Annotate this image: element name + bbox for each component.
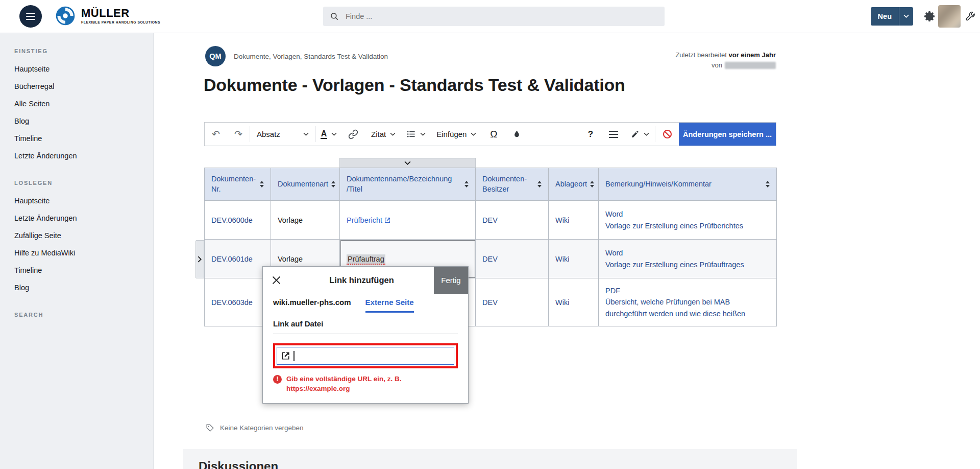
last-edited-value: vor einem Jahr — [729, 51, 776, 59]
undo-icon[interactable]: ↶ — [205, 123, 227, 146]
header-dokumenten-nr[interactable]: Dokumenten-Nr. — [205, 168, 271, 201]
header-dokumentenart[interactable]: Dokumentenart — [271, 168, 340, 201]
cell-ablageort[interactable]: Wiki — [549, 278, 599, 326]
sidebar-item-blog-2[interactable]: Blog — [0, 279, 153, 296]
mueller-logo[interactable]: MÜLLER FLEXIBLE PAPER HANDLING SOLUTIONS — [54, 5, 160, 27]
last-edited-by-label: von — [712, 61, 722, 69]
page-options-icon[interactable] — [602, 123, 625, 146]
sidebar-section-search: SEARCH — [0, 312, 153, 318]
sidebar-item-timeline-2[interactable]: Timeline — [0, 262, 153, 279]
sidebar-item-hauptseite[interactable]: Hauptseite — [0, 60, 153, 78]
list-dropdown[interactable] — [402, 123, 430, 146]
pencil-icon — [631, 130, 640, 138]
cancel-icon[interactable] — [655, 123, 679, 146]
sidebar-item-hilfe-mediawiki[interactable]: Hilfe zu MediaWiki — [0, 244, 153, 262]
sidebar-item-letzte-aenderungen[interactable]: Letzte Änderungen — [0, 147, 153, 165]
sidebar-item-zufaellige-seite[interactable]: Zufällige Seite — [0, 227, 153, 244]
cell-nr[interactable]: DEV.0603de — [205, 278, 271, 326]
chevron-down-icon — [903, 14, 909, 18]
external-link-icon — [384, 217, 390, 223]
sidebar-section-einstieg: EINSTIEG — [0, 48, 153, 54]
save-changes-button[interactable]: Änderungen speichern ... — [679, 123, 776, 146]
sort-icon — [766, 181, 770, 187]
text-style-dropdown[interactable]: A — [316, 123, 341, 146]
header-ablageort[interactable]: Ablageort — [549, 168, 599, 201]
dialog-header: Link hinzufügen Fertig — [263, 267, 468, 294]
redacted-username — [725, 62, 776, 69]
new-button-dropdown[interactable] — [899, 7, 913, 26]
settings-gear-icon[interactable] — [924, 10, 936, 22]
new-button[interactable]: Neu — [871, 7, 899, 26]
hamburger-menu-icon[interactable] — [19, 5, 42, 28]
text-cursor — [293, 351, 295, 361]
cell-besitzer[interactable]: DEV — [476, 201, 549, 240]
brand-name: MÜLLER — [81, 8, 160, 19]
cell-ablageort[interactable]: Wiki — [549, 201, 599, 240]
insert-dropdown[interactable]: Einfügen — [430, 123, 482, 146]
dialog-body: wiki.mueller-phs.com Externe Seite Link … — [263, 294, 468, 403]
tab-external-link[interactable]: Externe Seite — [365, 298, 414, 313]
cell-besitzer[interactable]: DEV — [476, 278, 549, 326]
edit-mode-dropdown[interactable] — [625, 123, 655, 146]
user-avatar[interactable] — [938, 5, 961, 28]
row-select-handle[interactable] — [195, 240, 204, 278]
cite-dropdown[interactable]: Zitat — [365, 123, 402, 146]
tab-internal-link[interactable]: wiki.mueller-phs.com — [273, 298, 351, 313]
chevron-down-icon — [471, 132, 476, 136]
cell-ablageort[interactable]: Wiki — [549, 240, 599, 278]
namespace-badge[interactable]: QM — [205, 46, 226, 66]
chevron-down-icon — [404, 161, 411, 166]
search-input[interactable] — [345, 12, 658, 21]
tag-icon — [206, 424, 214, 432]
error-line-1: Gib eine vollständige URL ein, z. B. — [286, 374, 402, 384]
editor-toolbar: ↶ ↷ Absatz A Zitat Einfügen — [204, 122, 776, 146]
table-header-row: Dokumenten-Nr. Dokumentenart Dokumentenn… — [205, 168, 777, 201]
breadcrumb[interactable]: Dokumente, Vorlagen, Standards Test & Va… — [234, 53, 388, 60]
cell-bemerkung[interactable]: PDF Übersicht, welche Prüfungen bei MAB … — [599, 278, 777, 326]
cell-nr[interactable]: DEV.0601de — [205, 240, 271, 278]
brand-tagline: FLEXIBLE PAPER HANDLING SOLUTIONS — [81, 20, 160, 24]
done-button[interactable]: Fertig — [434, 267, 468, 294]
paragraph-format-dropdown[interactable]: Absatz — [250, 123, 315, 146]
discussions-section: Diskussionen — [183, 449, 797, 469]
cell-name[interactable]: Prüfbericht — [340, 201, 476, 240]
cell-bemerkung[interactable]: Word Vorlage zur Erstellung eines Prüfbe… — [599, 201, 777, 240]
chevron-down-icon — [390, 132, 396, 136]
url-input-highlight — [273, 343, 458, 368]
header-bemerkung[interactable]: Bemerkung/Hinweis/Kommentar — [599, 168, 777, 201]
column-select-handle[interactable] — [339, 158, 476, 168]
sidebar-item-timeline[interactable]: Timeline — [0, 130, 153, 147]
sidebar: EINSTIEG Hauptseite Bücherregal Alle Sei… — [0, 33, 154, 469]
header-dokumenten-besitzer[interactable]: Dokumenten-Besitzer — [476, 168, 549, 201]
cite-label: Zitat — [371, 130, 386, 138]
redo-icon[interactable]: ↷ — [227, 123, 250, 146]
close-icon[interactable] — [263, 267, 289, 294]
cell-besitzer[interactable]: DEV — [476, 240, 549, 278]
sidebar-item-buecherregal[interactable]: Bücherregal — [0, 78, 153, 95]
search-bar — [323, 7, 665, 26]
last-edited-info: Zuletzt bearbeitet vor einem Jahr von — [675, 50, 776, 70]
url-input[interactable] — [298, 352, 450, 360]
sidebar-item-alle-seiten[interactable]: Alle Seiten — [0, 95, 153, 112]
sort-icon — [331, 181, 335, 187]
link-icon[interactable] — [341, 123, 365, 146]
help-icon[interactable]: ? — [579, 123, 602, 146]
cell-bemerkung[interactable]: Word Vorlage zur Erstellung eines Prüfau… — [599, 240, 777, 278]
special-character-icon[interactable]: Ω — [482, 123, 505, 146]
list-icon — [406, 129, 416, 139]
sidebar-item-letzte-aenderungen-2[interactable]: Letzte Änderungen — [0, 209, 153, 227]
external-link-icon — [281, 351, 290, 360]
document-link[interactable]: Prüfbericht — [347, 216, 390, 224]
ink-drop-icon[interactable] — [505, 123, 528, 146]
sidebar-item-blog[interactable]: Blog — [0, 112, 153, 130]
cell-art[interactable]: Vorlage — [271, 201, 340, 240]
header-dokumentenname[interactable]: Dokumentenname/Bezeichnung /Titel — [340, 168, 476, 201]
search-icon — [330, 12, 339, 21]
cell-nr[interactable]: DEV.0600de — [205, 201, 271, 240]
tab-file-link[interactable]: Link auf Datei — [273, 319, 458, 334]
sidebar-item-hauptseite-2[interactable]: Hauptseite — [0, 192, 153, 209]
categories-label: Keine Kategorien vergeben — [220, 424, 304, 432]
wrench-icon[interactable] — [965, 11, 976, 22]
dialog-tabs: wiki.mueller-phs.com Externe Seite — [273, 298, 458, 313]
selected-link-text[interactable]: Prüfauftrag — [347, 254, 385, 265]
